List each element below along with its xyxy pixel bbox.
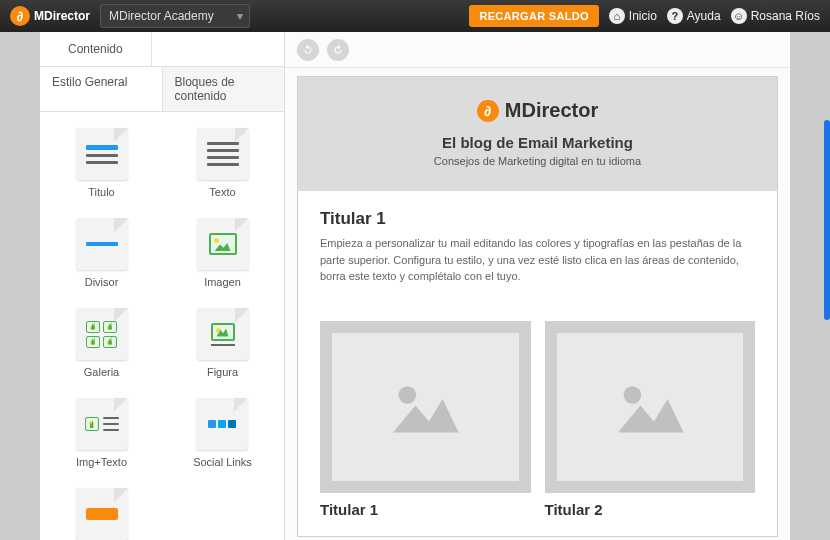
image-placeholder-icon (385, 372, 465, 442)
content-blocks-grid: Titulo Texto Divisor Imagen Galeria (40, 112, 284, 540)
column-2-title[interactable]: Titular 2 (545, 501, 756, 518)
image-placeholder-icon (610, 372, 690, 442)
image-placeholder-1[interactable] (320, 321, 531, 493)
email-template[interactable]: ∂ MDirector El blog de Email Marketing C… (297, 76, 778, 537)
column-1-title[interactable]: Titular 1 (320, 501, 531, 518)
user-link[interactable]: ☺ Rosana Ríos (731, 8, 820, 24)
canvas-area: ∂ MDirector El blog de Email Marketing C… (285, 32, 790, 540)
email-column-2[interactable]: Titular 2 (545, 321, 756, 518)
email-header[interactable]: ∂ MDirector El blog de Email Marketing C… (298, 77, 777, 191)
logo-icon: ∂ (10, 6, 30, 26)
email-subtitle: El blog de Email Marketing (318, 134, 757, 151)
sidebar-tabs: Contenido (40, 32, 284, 67)
email-headline[interactable]: Titular 1 (320, 209, 755, 229)
home-label: Inicio (629, 9, 657, 23)
block-titulo[interactable]: Titulo (76, 128, 128, 198)
subtab-content-blocks[interactable]: Bloques de contenido (163, 67, 285, 111)
user-label: Rosana Ríos (751, 9, 820, 23)
block-imagen[interactable]: Imagen (197, 218, 249, 288)
app-logo[interactable]: ∂ MDirector (10, 6, 90, 26)
email-tagline: Consejos de Marketing digital en tu idio… (318, 155, 757, 167)
svg-point-1 (623, 386, 641, 404)
brand-name: MDirector (34, 9, 90, 23)
help-link[interactable]: ? Ayuda (667, 8, 721, 24)
block-divisor[interactable]: Divisor (76, 218, 128, 288)
canvas-toolbar (285, 32, 790, 68)
account-dropdown[interactable]: MDirector Academy (100, 4, 250, 28)
block-figura[interactable]: Figura (197, 308, 249, 378)
tab-content[interactable]: Contenido (40, 32, 152, 66)
reload-balance-button[interactable]: RECARGAR SALDO (469, 5, 598, 27)
undo-button[interactable] (297, 39, 319, 61)
block-boton[interactable]: Botón (76, 488, 128, 540)
block-img-texto[interactable]: Img+Texto (76, 398, 128, 468)
help-icon: ? (667, 8, 683, 24)
email-brand-name: MDirector (505, 99, 598, 122)
email-brand-icon: ∂ (477, 100, 499, 122)
email-canvas[interactable]: ∂ MDirector El blog de Email Marketing C… (285, 68, 790, 540)
block-texto[interactable]: Texto (197, 128, 249, 198)
redo-icon (332, 44, 344, 56)
subtab-general-style[interactable]: Estilo General (40, 67, 163, 111)
home-link[interactable]: ⌂ Inicio (609, 8, 657, 24)
email-paragraph[interactable]: Empieza a personalizar tu mail editando … (320, 235, 755, 285)
undo-icon (302, 44, 314, 56)
help-label: Ayuda (687, 9, 721, 23)
block-social-links[interactable]: Social Links (193, 398, 252, 468)
svg-point-0 (399, 386, 417, 404)
sidebar: Contenido Estilo General Bloques de cont… (40, 32, 285, 540)
redo-button[interactable] (327, 39, 349, 61)
scrollbar-thumb[interactable] (824, 120, 830, 320)
image-placeholder-2[interactable] (545, 321, 756, 493)
user-icon: ☺ (731, 8, 747, 24)
home-icon: ⌂ (609, 8, 625, 24)
account-dropdown-label: MDirector Academy (109, 9, 214, 23)
block-galeria[interactable]: Galeria (76, 308, 128, 378)
topbar: ∂ MDirector MDirector Academy RECARGAR S… (0, 0, 830, 32)
email-column-1[interactable]: Titular 1 (320, 321, 531, 518)
